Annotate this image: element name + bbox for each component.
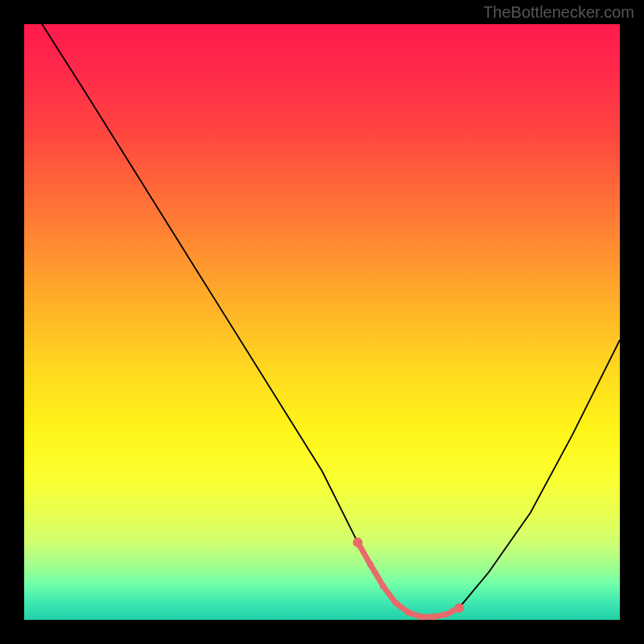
svg-point-1 bbox=[367, 561, 374, 568]
bottleneck-curve bbox=[24, 24, 620, 620]
attribution-label: TheBottlenecker.com bbox=[483, 3, 634, 22]
svg-point-3 bbox=[393, 600, 399, 606]
optimal-zone-markers bbox=[353, 538, 464, 620]
svg-point-6 bbox=[431, 613, 437, 620]
svg-point-5 bbox=[418, 613, 424, 620]
svg-point-8 bbox=[454, 603, 464, 613]
curve-line bbox=[42, 24, 620, 617]
svg-point-4 bbox=[405, 609, 411, 616]
svg-point-7 bbox=[444, 611, 450, 617]
svg-point-0 bbox=[353, 538, 362, 547]
svg-point-2 bbox=[380, 583, 386, 589]
chart-plot-area bbox=[24, 24, 620, 620]
